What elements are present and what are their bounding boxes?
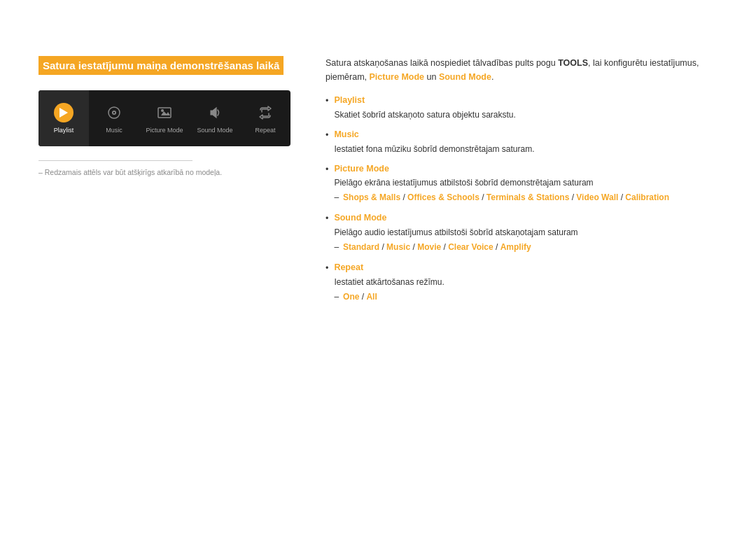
bullet-list: • Playlist Skatiet šobrīd atskaņoto satu…	[326, 94, 718, 304]
intro-bold1: TOOLS	[558, 58, 588, 68]
bullet-dot: •	[326, 129, 328, 155]
sub-item-sound-modes: – Standard / Music / Movie / Clear Voice…	[334, 241, 718, 254]
repeat-icon	[255, 103, 275, 122]
svg-point-6	[161, 109, 164, 112]
device-sound-item[interactable]: Sound Mode	[190, 90, 240, 146]
left-column: Satura iestatījumu maiņa demonstrēšanas …	[38, 56, 298, 311]
bullet-item-playlist: • Playlist Skatiet šobrīd atskaņoto satu…	[326, 94, 718, 121]
device-picture-label: Picture Mode	[146, 127, 183, 134]
bullet-item-repeat: • Repeat Iestatiet atkārtošanas režīmu. …	[326, 261, 718, 304]
footnote: – Redzamais attēls var būt atšķirīgs atk…	[38, 168, 298, 176]
right-column: Satura atskaņošanas laikā nospiediet tāl…	[326, 56, 718, 311]
sub-item-picture-modes: – Shops & Malls / Offices & Schools / Te…	[334, 191, 718, 204]
shops-malls: Shops & Malls	[343, 192, 400, 202]
bullet-content-picture-mode: Picture Mode Pielāgo ekrāna iestatījumus…	[334, 162, 718, 205]
play-icon	[54, 103, 74, 122]
bullet-desc-music: Iestatiet fona mūziku šobrīd demonstrēta…	[334, 143, 718, 155]
bullet-title-playlist: Playlist	[334, 94, 718, 107]
terminals-stations: Terminals & Stations	[486, 192, 569, 202]
clear-voice: Clear Voice	[448, 242, 493, 252]
bullet-title-sound-mode: Sound Mode	[334, 211, 718, 225]
device-repeat-label: Repeat	[255, 127, 275, 134]
bullet-desc-sound-mode: Pielāgo audio iestatījumus atbilstoši šo…	[334, 226, 718, 239]
sub-sound-modes: Standard / Music / Movie / Clear Voice /…	[343, 241, 531, 254]
sub-dash: –	[334, 241, 339, 254]
sound-mode-icon	[205, 103, 225, 122]
sub-dash: –	[334, 191, 339, 204]
sub-item-repeat-modes: – One / All	[334, 290, 718, 304]
bullet-item-music: • Music Iestatiet fona mūziku šobrīd dem…	[326, 128, 718, 155]
all: All	[366, 292, 377, 302]
offices-schools: Offices & Schools	[407, 192, 479, 202]
bullet-dot: •	[326, 212, 328, 254]
intro-link2: Sound Mode	[439, 72, 491, 82]
picture-mode-icon	[155, 103, 174, 122]
one: One	[343, 292, 359, 302]
bullet-title-music: Music	[334, 128, 718, 141]
amplify: Amplify	[500, 242, 531, 252]
device-music-item[interactable]: Music	[89, 90, 139, 146]
bullet-item-sound-mode: • Sound Mode Pielāgo audio iestatījumus …	[326, 211, 718, 254]
bullet-content-playlist: Playlist Skatiet šobrīd atskaņoto satura…	[334, 94, 718, 121]
bullet-dot: •	[326, 262, 328, 304]
bullet-item-picture-mode: • Picture Mode Pielāgo ekrāna iestatījum…	[326, 162, 718, 205]
intro-text3: un	[424, 72, 439, 82]
sub-dash: –	[334, 290, 339, 304]
music-icon	[104, 103, 124, 122]
page-container: Satura iestatījumu maiņa demonstrēšanas …	[0, 0, 756, 339]
bullet-title-picture-mode: Picture Mode	[334, 162, 718, 176]
standard: Standard	[343, 242, 379, 252]
bullet-desc-playlist: Skatiet šobrīd atskaņoto satura objektu …	[334, 108, 718, 121]
bullet-content-repeat: Repeat Iestatiet atkārtošanas režīmu. – …	[334, 261, 718, 304]
intro-text1: Satura atskaņošanas laikā nospiediet tāl…	[326, 58, 558, 68]
sub-picture-modes: Shops & Malls / Offices & Schools / Term…	[343, 191, 669, 204]
music: Music	[386, 242, 410, 252]
device-sound-label: Sound Mode	[197, 127, 232, 134]
svg-marker-0	[59, 108, 68, 118]
intro-text4: .	[491, 72, 493, 82]
bullet-desc-picture-mode: Pielāgo ekrāna iestatījumus atbilstoši š…	[334, 176, 718, 189]
calibration: Calibration	[625, 192, 669, 202]
intro-paragraph: Satura atskaņošanas laikā nospiediet tāl…	[326, 56, 718, 84]
page-title: Satura iestatījumu maiņa demonstrēšanas …	[38, 56, 284, 75]
video-wall: Video Wall	[576, 192, 618, 202]
bullet-content-music: Music Iestatiet fona mūziku šobrīd demon…	[334, 128, 718, 155]
device-music-label: Music	[106, 127, 122, 134]
bullet-dot: •	[326, 163, 328, 205]
movie: Movie	[417, 242, 441, 252]
device-repeat-item[interactable]: Repeat	[240, 90, 290, 146]
bullet-dot: •	[326, 94, 328, 121]
bullet-desc-repeat: Iestatiet atkārtošanas režīmu.	[334, 276, 718, 288]
device-image: Playlist Music	[38, 90, 290, 146]
intro-link1: Picture Mode	[370, 72, 425, 82]
sub-list-sound-mode: – Standard / Music / Movie / Clear Voice…	[334, 241, 718, 254]
sub-list-repeat: – One / All	[334, 290, 718, 304]
svg-point-3	[113, 112, 115, 113]
device-playlist-label: Playlist	[54, 127, 74, 134]
sub-repeat-modes: One / All	[343, 290, 377, 304]
sub-list-picture-mode: – Shops & Malls / Offices & Schools / Te…	[334, 191, 718, 204]
bullet-content-sound-mode: Sound Mode Pielāgo audio iestatījumus at…	[334, 211, 718, 254]
divider	[38, 160, 192, 161]
bullet-title-repeat: Repeat	[334, 261, 718, 274]
device-playlist-item[interactable]: Playlist	[38, 90, 89, 146]
device-picture-item[interactable]: Picture Mode	[139, 90, 190, 146]
